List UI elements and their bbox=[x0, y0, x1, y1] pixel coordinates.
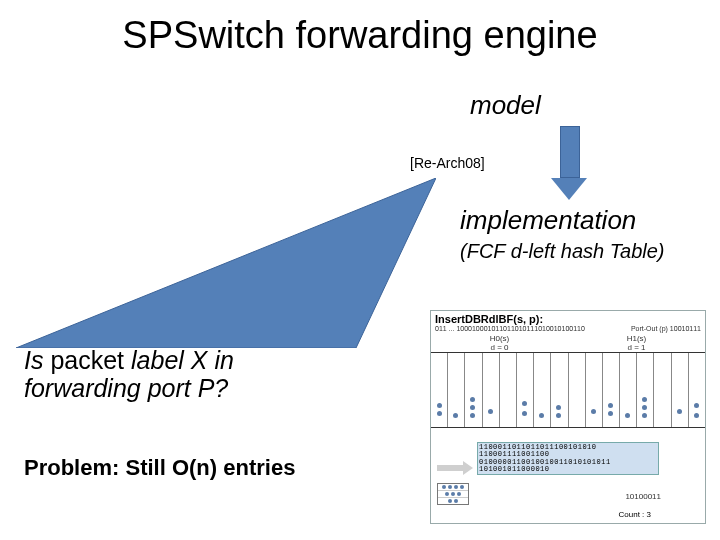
hash-label-1: H1(s) bbox=[627, 334, 647, 343]
bitrow-1: 110001111001100 bbox=[479, 451, 657, 458]
figure-count: Count : 3 bbox=[619, 510, 651, 519]
figure-columns bbox=[431, 352, 705, 428]
small-arrow-right-icon bbox=[437, 461, 471, 475]
d-label-0: d = 0 bbox=[490, 343, 508, 352]
q-part2: packet bbox=[43, 346, 131, 374]
slide-title: SPSwitch forwarding engine bbox=[0, 14, 720, 57]
figure-portout-bits: 10100011 bbox=[625, 492, 661, 501]
d-label-1: d = 1 bbox=[627, 343, 645, 352]
figure-portout-label: Port-Out (p) bbox=[631, 325, 668, 332]
bitrow-0: 1100011011011011100101010 bbox=[479, 444, 657, 451]
implementation-sublabel: (FCF d-left hash Table) bbox=[460, 240, 665, 263]
blue-triangle-icon bbox=[16, 178, 436, 348]
arrow-down-icon bbox=[560, 126, 587, 200]
figure-portout-topbits: 10010111 bbox=[670, 325, 701, 332]
model-label: model bbox=[470, 90, 541, 121]
occupancy-box bbox=[437, 483, 469, 505]
figure-header: InsertDBRdlBF(s, p): bbox=[431, 311, 705, 325]
question-text: Is packet label X in forwarding port P? bbox=[24, 347, 304, 402]
hash-label-0: H0(s) bbox=[490, 334, 510, 343]
figure-top-bits: 011 ... 10001000101101101011101001010011… bbox=[435, 325, 585, 332]
implementation-label: implementation bbox=[460, 205, 636, 236]
q-part1: Is bbox=[24, 346, 43, 374]
bit-rows: 1100011011011011100101010 11000111100110… bbox=[477, 442, 659, 475]
hash-table-figure: InsertDBRdlBF(s, p): 011 ... 10001000101… bbox=[430, 310, 706, 524]
svg-marker-0 bbox=[16, 178, 436, 348]
problem-text: Problem: Still O(n) entries bbox=[24, 455, 295, 481]
bitrow-2: 0100000110010010011010101011 bbox=[479, 459, 657, 466]
citation: [Re-Arch08] bbox=[410, 155, 485, 171]
bitrow-3: 101001011000010 bbox=[479, 466, 657, 473]
